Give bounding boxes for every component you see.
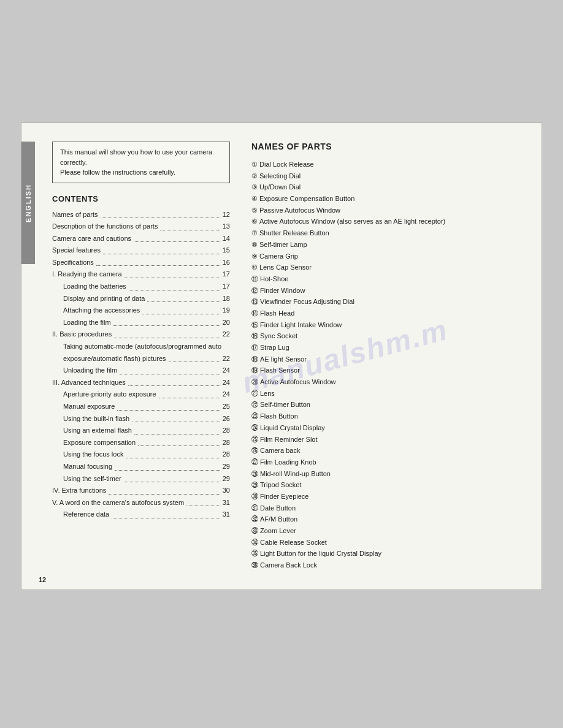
- toc-label: Loading the film: [63, 317, 111, 328]
- toc-page: 29: [223, 461, 230, 472]
- toc-page: 15: [223, 245, 230, 256]
- toc-item: Using the built-in flash26: [52, 414, 230, 425]
- toc-dots: [117, 410, 220, 411]
- part-label: Active Autofocus Window: [260, 376, 336, 388]
- toc-item: exposure/automatic flash) pictures22: [52, 354, 230, 365]
- toc-page: 13: [223, 221, 230, 232]
- toc-item: Manual exposure25: [52, 401, 230, 412]
- part-number: ㉕: [251, 434, 258, 446]
- bottom-space: [0, 590, 563, 728]
- page-wrapper: ENGLISH manualshm.m 12 This manual will …: [0, 0, 563, 728]
- toc-page: 24: [223, 389, 230, 400]
- part-label: Active Autofocus Window (also serves as …: [259, 216, 445, 227]
- part-label: Date Button: [260, 502, 296, 514]
- toc-dots: [96, 265, 220, 266]
- toc-dots: [134, 241, 220, 242]
- toc-item: Camera care and cautions14: [52, 233, 230, 245]
- toc-label: Using the built-in flash: [63, 414, 129, 425]
- part-number: ㉒: [251, 399, 258, 411]
- part-label: Camera Back Lock: [260, 559, 317, 571]
- toc-page: 19: [223, 305, 230, 316]
- list-item: ㉔Liquid Crystal Display: [251, 422, 523, 434]
- list-item: ③Up/Down Dial: [251, 181, 523, 193]
- list-item: ㊱Camera Back Lock: [251, 559, 523, 571]
- list-item: ㉓Flash Button: [251, 411, 523, 422]
- toc-item: IV. Extra functions30: [52, 485, 230, 496]
- toc-page: 18: [223, 294, 230, 305]
- toc-dots: [120, 374, 220, 374]
- side-tab: ENGLISH: [21, 142, 35, 264]
- toc-dots: [128, 385, 220, 386]
- part-number: ⑯: [251, 330, 258, 342]
- toc-page: 22: [223, 354, 230, 365]
- toc-dots: [115, 470, 220, 471]
- toc-label: Unloading the film: [63, 365, 117, 376]
- part-number: ⑲: [251, 365, 258, 376]
- toc-dots: [134, 434, 220, 434]
- toc-item: Names of parts12: [52, 210, 230, 221]
- toc-page: 30: [223, 485, 230, 496]
- part-label: Finder Light Intake Window: [260, 319, 342, 331]
- part-number: ㉓: [251, 411, 258, 422]
- part-label: Film Loading Knob: [260, 457, 316, 468]
- part-number: ㉝: [251, 525, 258, 537]
- toc-dots: [112, 518, 220, 518]
- toc-page: 28: [223, 425, 230, 436]
- part-label: Strap Lug: [260, 342, 289, 354]
- toc-item: Reference data31: [52, 509, 230, 520]
- part-number: ㉛: [251, 502, 258, 514]
- toc-item: Specifications16: [52, 257, 230, 268]
- part-label: Selecting Dial: [259, 170, 301, 182]
- list-item: ㉝Zoom Lever: [251, 525, 523, 537]
- list-item: ㉛Date Button: [251, 502, 523, 514]
- toc-label: Exposure compensation: [63, 438, 136, 449]
- part-label: Camera Grip: [259, 251, 298, 262]
- part-number: ㉞: [251, 537, 258, 548]
- toc-label: exposure/automatic flash) pictures: [63, 354, 166, 365]
- parts-list: ①Dial Lock Release②Selecting Dial③Up/Dow…: [251, 159, 523, 571]
- toc-page: 29: [223, 474, 230, 485]
- part-number: ㉟: [251, 548, 258, 559]
- list-item: ⑳Active Autofocus Window: [251, 376, 523, 388]
- toc-dots: [142, 314, 220, 314]
- part-number: ⑰: [251, 342, 258, 354]
- toc-dots: [138, 446, 220, 446]
- part-number: ⑩: [251, 262, 258, 273]
- part-label: AF/M Button: [260, 514, 297, 525]
- toc-label: II. Basic procedures: [52, 329, 112, 340]
- part-number: ⑳: [251, 376, 258, 388]
- part-number: ㉑: [251, 388, 258, 400]
- part-number: ③: [251, 181, 258, 193]
- toc-dots: [101, 218, 220, 218]
- part-label: Shutter Release Button: [259, 227, 329, 239]
- part-label: Dial Lock Release: [259, 159, 314, 170]
- part-number: ②: [251, 170, 258, 182]
- list-item: ㉜AF/M Button: [251, 514, 523, 525]
- toc-item: Aperture-priority auto exposure24: [52, 389, 230, 400]
- part-number: ⑱: [251, 354, 258, 365]
- list-item: ⑧Self-timer Lamp: [251, 239, 523, 251]
- list-item: ⑨Camera Grip: [251, 251, 523, 262]
- part-label: Exposure Compensation Button: [259, 193, 354, 205]
- list-item: ㉒Self-timer Button: [251, 399, 523, 411]
- part-label: Liquid Crystal Display: [260, 422, 325, 434]
- toc-item: Using the self-timer29: [52, 474, 230, 485]
- toc-label: Names of parts: [52, 210, 98, 221]
- part-number: ⑧: [251, 239, 258, 251]
- part-label: Finder Window: [260, 285, 305, 297]
- toc-label: Special features: [52, 245, 101, 256]
- part-label: Up/Down Dial: [259, 181, 301, 193]
- list-item: ⑭Flash Head: [251, 308, 523, 319]
- toc-dots: [159, 398, 220, 398]
- toc-page: 26: [223, 414, 230, 425]
- list-item: ①Dial Lock Release: [251, 159, 523, 170]
- list-item: ㉚Finder Eyepiece: [251, 491, 523, 502]
- part-number: ⑪: [251, 273, 258, 285]
- part-number: ⑤: [251, 205, 258, 216]
- list-item: ⑬Viewfinder Focus Adjusting Dial: [251, 296, 523, 308]
- toc-dots: [114, 338, 220, 338]
- toc-page: 22: [223, 329, 230, 340]
- book-page: ENGLISH manualshm.m 12 This manual will …: [21, 123, 542, 590]
- toc-item: Exposure compensation28: [52, 438, 230, 449]
- toc-label: V. A word on the camera's autofocus syst…: [52, 498, 184, 509]
